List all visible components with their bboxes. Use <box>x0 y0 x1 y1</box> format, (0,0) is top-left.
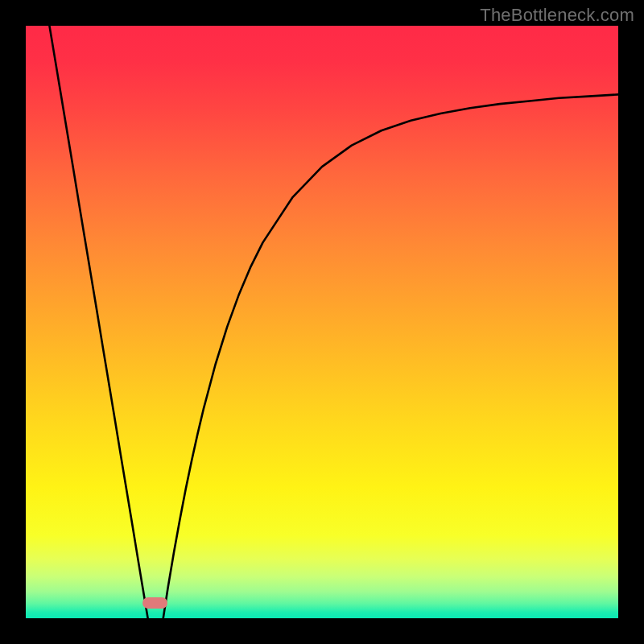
curve-layer <box>26 26 618 618</box>
bottleneck-marker <box>142 597 167 609</box>
curve-left-branch <box>49 26 147 618</box>
chart-frame: TheBottleneck.com <box>0 0 644 644</box>
watermark-text: TheBottleneck.com <box>480 5 634 26</box>
curve-right-branch <box>163 94 618 618</box>
